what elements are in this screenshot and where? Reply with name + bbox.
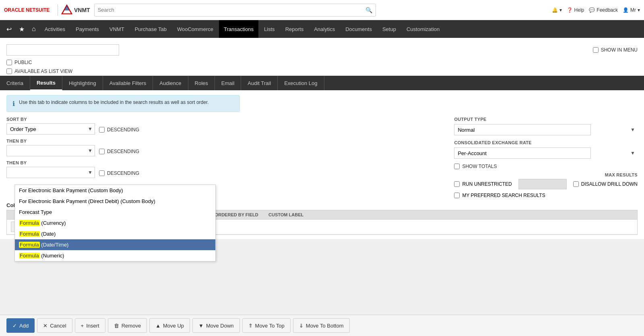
preferred-search-label: MY PREFERRED SEARCH RESULTS <box>462 193 545 198</box>
logo-area: ORACLE NETSUITE VNMT <box>4 4 90 16</box>
then-by-2-descending-label: DESCENDING <box>107 170 139 176</box>
info-box: ℹ Use this tab to indicate columns to be… <box>6 95 240 112</box>
nav-woocommerce[interactable]: WooCommerce <box>172 20 218 38</box>
then-by-1-select[interactable] <box>6 145 95 156</box>
run-unrestricted-checkbox[interactable] <box>454 181 460 187</box>
run-row: RUN UNRESTRICTED DISALLOW DRILL DOWN <box>454 179 638 189</box>
dropdown-item-2[interactable]: Forecast Type <box>15 207 215 218</box>
notifications-button[interactable]: 🔔 ▾ <box>552 7 562 13</box>
consolidated-select[interactable]: Per-Account <box>454 147 591 159</box>
home-button[interactable]: ⌂ <box>29 23 39 35</box>
then-by-2-select[interactable] <box>6 167 95 178</box>
then-by-1-descending-checkbox[interactable] <box>99 149 105 154</box>
sort-by-label: SORT BY <box>6 117 175 122</box>
search-input[interactable] <box>98 7 365 13</box>
consolidated-group: CONSOLIDATED EXCHANGE RATE Per-Account ▼ <box>454 140 638 159</box>
history-button[interactable]: ↩ <box>3 23 15 35</box>
tab-highlighting[interactable]: Highlighting <box>62 76 103 90</box>
preferred-search-checkbox[interactable] <box>454 193 460 198</box>
tabs-bar: Criteria Results Highlighting Available … <box>0 76 644 90</box>
then-by-2-descending-checkbox[interactable] <box>99 170 105 176</box>
nav-bar: ↩ ★ ⌂ Activities Payments VNMT Purchase … <box>0 20 644 38</box>
tab-audience[interactable]: Audience <box>153 76 188 90</box>
tab-execution-log[interactable]: Execution Log <box>278 76 324 90</box>
tab-audit-trail[interactable]: Audit Trail <box>241 76 278 90</box>
dropdown-popup: For Electronic Bank Payment (Custom Body… <box>14 185 216 239</box>
nav-transactions[interactable]: Transactions <box>219 20 258 38</box>
available-list-view-row: AVAILABLE AS LIST VIEW <box>6 67 638 76</box>
nav-lists[interactable]: Lists <box>259 20 280 38</box>
notifications-arrow: ▾ <box>559 7 562 13</box>
then-by-1-group: THEN BY ▼ DESCENDING <box>6 139 175 156</box>
user-label: Mr <box>630 7 636 13</box>
nav-reports[interactable]: Reports <box>281 20 309 38</box>
nav-setup[interactable]: Setup <box>378 20 401 38</box>
nav-purchase-tab[interactable]: Purchase Tab <box>130 20 171 38</box>
public-label: PUBLIC <box>14 60 32 65</box>
feedback-label: Feedback <box>597 7 618 13</box>
sort-descending-checkbox[interactable] <box>99 127 105 133</box>
vnmt-logo-icon <box>61 4 72 16</box>
tab-email[interactable]: Email <box>215 76 242 90</box>
show-totals-checkbox[interactable] <box>454 164 460 169</box>
show-in-menu-checkbox[interactable] <box>593 47 599 53</box>
show-in-menu-label: SHOW IN MENU <box>601 47 638 53</box>
top-header: ORACLE NETSUITE VNMT 🔍 🔔 ▾ ❓ Help 💬 Feed… <box>0 0 644 20</box>
run-unrestricted-label: RUN UNRESTRICTED <box>462 181 512 187</box>
consolidated-arrow: ▼ <box>630 150 635 156</box>
nav-documents[interactable]: Documents <box>341 20 377 38</box>
then-by-2-label: THEN BY <box>6 160 175 165</box>
dropdown-item-3[interactable]: Formula (Currency) <box>15 218 215 228</box>
sort-by-group: SORT BY Order Type ▼ DESCENDING <box>6 117 175 135</box>
info-text: Use this tab to indicate columns to be i… <box>19 100 209 105</box>
then-by-1-descending-label: DESCENDING <box>107 149 139 154</box>
tab-criteria[interactable]: Criteria <box>0 76 30 90</box>
output-type-select[interactable]: Normal <box>454 124 591 135</box>
vnmt-logo: VNMT <box>58 4 90 16</box>
user-icon: 👤 <box>623 7 629 13</box>
max-results-input[interactable] <box>518 179 567 189</box>
nav-payments[interactable]: Payments <box>71 20 104 38</box>
header-actions: 🔔 ▾ ❓ Help 💬 Feedback 👤 Mr ▾ <box>552 7 640 13</box>
show-totals-row: SHOW TOTALS <box>454 164 638 169</box>
help-icon: ❓ <box>567 7 573 13</box>
output-section: OUTPUT TYPE Normal ▼ CONSOLIDATED EXCHAN… <box>454 117 638 198</box>
tab-available-filters[interactable]: Available Filters <box>103 76 153 90</box>
then-by-1-label: THEN BY <box>6 139 175 143</box>
nav-customization[interactable]: Customization <box>402 20 444 38</box>
bell-icon: 🔔 <box>552 7 558 13</box>
chat-icon: 💬 <box>589 7 595 13</box>
tab-results[interactable]: Results <box>30 76 62 90</box>
dropdown-item-4[interactable]: Formula (Date) <box>15 228 215 239</box>
nav-activities[interactable]: Activities <box>40 20 70 38</box>
help-label: Help <box>574 7 584 13</box>
disallow-drill-checkbox[interactable] <box>573 181 579 187</box>
sort-descending-label: DESCENDING <box>107 127 139 133</box>
nav-analytics[interactable]: Analytics <box>309 20 340 38</box>
feedback-button[interactable]: 💬 Feedback <box>589 7 618 13</box>
vnmt-text: VNMT <box>74 7 90 13</box>
col-header-custom-label: CUSTOM LABEL <box>268 212 349 217</box>
help-button[interactable]: ❓ Help <box>567 7 584 13</box>
tab-roles[interactable]: Roles <box>188 76 215 90</box>
dropdown-item-0[interactable]: For Electronic Bank Payment (Custom Body… <box>15 185 215 196</box>
disallow-drill-label: DISALLOW DRILL DOWN <box>581 181 638 187</box>
sort-by-select[interactable]: Order Type <box>6 123 95 135</box>
public-checkbox[interactable] <box>6 60 12 65</box>
then-by-2-group: THEN BY ▼ DESCENDING <box>6 160 175 178</box>
consolidated-label: CONSOLIDATED EXCHANGE RATE <box>454 140 638 145</box>
name-input[interactable] <box>6 44 119 56</box>
max-results-label: MAX RESULTS <box>454 172 638 177</box>
public-row: PUBLIC <box>6 58 638 67</box>
nav-vnmt[interactable]: VNMT <box>105 20 129 38</box>
user-button[interactable]: 👤 Mr ▾ <box>623 7 640 13</box>
available-list-view-checkbox[interactable] <box>6 68 12 74</box>
show-totals-label: SHOW TOTALS <box>462 164 497 169</box>
info-icon: ℹ <box>12 100 15 108</box>
dropdown-list: For Electronic Bank Payment (Custom Body… <box>15 185 215 239</box>
dropdown-item-1[interactable]: For Electronic Bank Payment (Direct Debi… <box>15 196 215 207</box>
favorites-button[interactable]: ★ <box>16 23 28 35</box>
search-bar[interactable]: 🔍 <box>94 4 376 17</box>
formula-highlight-3: Formula <box>19 220 40 226</box>
available-list-view-label: AVAILABLE AS LIST VIEW <box>14 68 72 74</box>
